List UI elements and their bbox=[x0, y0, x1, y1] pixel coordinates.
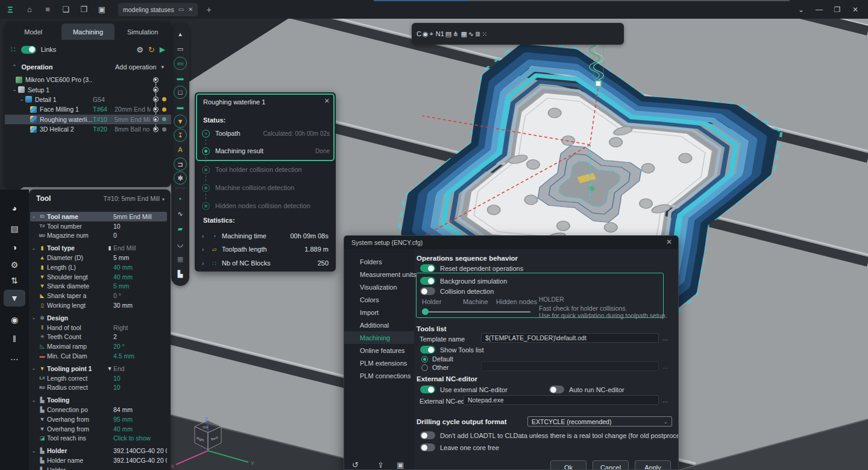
collapse-icon[interactable]: ⌃ bbox=[12, 64, 17, 70]
tool-property-row[interactable]: ▙ Connection po 84 mm bbox=[30, 405, 167, 414]
property-value[interactable]: 0 bbox=[113, 232, 167, 239]
operation-radio[interactable] bbox=[151, 127, 160, 132]
property-value[interactable]: 5 mm bbox=[113, 254, 167, 261]
tree-chevron-icon[interactable]: ⌄ bbox=[11, 87, 18, 92]
row-chevron-icon[interactable]: ⌄ bbox=[30, 315, 37, 320]
expand-chevron-icon[interactable]: › bbox=[202, 260, 207, 267]
import-settings-icon[interactable]: ⇪ bbox=[377, 460, 384, 469]
tool-property-row[interactable]: ◺ Maximal ramp 20 ° bbox=[30, 341, 167, 351]
tool-property-row[interactable]: ▯ Working lengt 30 mm bbox=[30, 300, 167, 310]
tool-property-row[interactable]: ⌄ ID Tool name 5mm End Mill bbox=[30, 212, 167, 221]
row-chevron-icon[interactable]: ⌄ bbox=[30, 448, 37, 454]
property-value[interactable]: 10 bbox=[113, 375, 167, 382]
property-value[interactable]: 40 mm bbox=[113, 425, 167, 433]
tree-chevron-icon[interactable]: ⌄ bbox=[18, 97, 25, 102]
statistic-row[interactable]: ›∷Nb of NC Blocks250 bbox=[202, 258, 329, 268]
use-nc-editor-toggle[interactable] bbox=[420, 386, 435, 393]
tool-property-row[interactable]: ▙ Holder bbox=[30, 465, 167, 470]
tool-property-row[interactable]: ⌄ ✻ Design bbox=[30, 313, 167, 323]
property-value[interactable]: 0 ° bbox=[113, 292, 167, 299]
other-radio[interactable] bbox=[421, 364, 428, 371]
collision-detection-toggle[interactable] bbox=[420, 287, 435, 295]
template-browse-button[interactable]: ... bbox=[662, 334, 668, 341]
tool-property-row[interactable]: ⌄ ▙ Tooling bbox=[30, 395, 167, 405]
tool-property-row[interactable]: ◪ Tool reach ins Click to show bbox=[30, 434, 167, 443]
template-name-input[interactable]: $(TEMPLATE_FOLDER)\default.odt bbox=[481, 333, 659, 343]
property-value[interactable]: 40 mm bbox=[113, 273, 167, 281]
operation-settings-gear-icon[interactable]: ⚙ bbox=[136, 45, 143, 54]
property-value[interactable]: 10 bbox=[113, 223, 167, 230]
statistic-row[interactable]: ›▱Toolpath length1.889 m bbox=[202, 244, 329, 255]
operation-tree-row[interactable]: Face Milling 1 T#64 20mm End M bbox=[5, 104, 171, 114]
default-radio[interactable] bbox=[421, 356, 428, 363]
operation-radio[interactable] bbox=[151, 97, 160, 102]
tool-property-row[interactable]: ▼ Shoulder lengt 40 mm bbox=[30, 272, 167, 282]
property-value[interactable]: End Mill bbox=[113, 244, 167, 252]
property-value[interactable]: 4.5 mm bbox=[113, 352, 167, 360]
tool-property-row[interactable]: ▮ Length (L) 40 mm bbox=[30, 262, 167, 272]
property-value[interactable]: 40 mm bbox=[113, 264, 167, 271]
property-value[interactable]: End bbox=[113, 365, 167, 372]
show-tools-list-toggle[interactable] bbox=[420, 346, 435, 354]
operation-tree-row[interactable]: 3D Helical 2 T#20 8mm Ball no bbox=[5, 124, 171, 134]
tool-property-row[interactable]: ▲ Diameter (D) 5 mm bbox=[30, 253, 167, 262]
property-value[interactable]: 84 mm bbox=[113, 406, 167, 413]
slider-knob[interactable] bbox=[422, 308, 429, 315]
recalculate-icon[interactable]: ↻ bbox=[148, 45, 155, 54]
tool-property-row[interactable]: T# Tool number 10 bbox=[30, 221, 167, 231]
tool-property-row[interactable]: ◣ Shank taper a 0 ° bbox=[30, 291, 167, 300]
tool-property-row[interactable]: ▼ Shank diamete 5 mm bbox=[30, 282, 167, 291]
tool-property-row[interactable]: ⌄ ▼ Tooling point 1 ▼ End bbox=[30, 364, 167, 373]
cancel-button[interactable]: Cancel bbox=[593, 460, 629, 470]
tab-close-icon[interactable]: ✕ bbox=[188, 6, 193, 13]
status-step[interactable]: Machining resultDone bbox=[202, 146, 330, 156]
property-value[interactable]: 5 mm bbox=[113, 282, 167, 290]
links-toggle[interactable] bbox=[21, 46, 36, 54]
property-value[interactable]: 2 bbox=[113, 333, 167, 340]
ok-button[interactable]: Ok bbox=[550, 460, 587, 470]
popup-close-icon[interactable]: ✕ bbox=[324, 97, 330, 105]
tool-property-row[interactable]: ✳ Teeth Count 2 bbox=[30, 332, 167, 342]
tool-property-row[interactable]: L# Length correct 10 bbox=[30, 373, 167, 383]
property-value[interactable]: 5mm End Mill bbox=[113, 213, 167, 220]
property-value[interactable]: 392.140CG-40 20 060 bbox=[113, 457, 167, 464]
reset-dependent-toggle[interactable] bbox=[420, 264, 435, 272]
run-simulation-button[interactable]: ▶ bbox=[160, 45, 165, 54]
row-chevron-icon[interactable]: ⌄ bbox=[30, 214, 37, 219]
operation-radio[interactable] bbox=[151, 77, 160, 83]
collision-level-slider[interactable] bbox=[422, 308, 530, 316]
nc-editor-input[interactable]: Notepad.exe bbox=[464, 395, 659, 405]
add-operation-chevron-icon[interactable]: ▾ bbox=[161, 64, 164, 70]
expand-chevron-icon[interactable]: › bbox=[202, 233, 207, 240]
operation-tree-row[interactable]: ⌄ Detail 1 G54 bbox=[5, 95, 171, 104]
operation-tree-row[interactable]: Roughing waterli... T#10 5mm End Mi bbox=[5, 115, 171, 124]
property-value[interactable]: 30 mm bbox=[113, 302, 167, 309]
tool-property-row[interactable]: M# Magazine num 0 bbox=[30, 231, 167, 241]
status-step[interactable]: Tool holder collision detection bbox=[202, 165, 330, 174]
property-value[interactable]: 392.140CG-40 20 060 bbox=[113, 447, 167, 454]
add-operation-button[interactable]: Add operation bbox=[115, 63, 157, 71]
statistic-row[interactable]: ›◔Machining time00h 09m 08s bbox=[202, 230, 329, 241]
nc-editor-browse-button[interactable]: ... bbox=[662, 396, 668, 404]
property-value[interactable]: 10 bbox=[113, 384, 167, 391]
property-value[interactable]: 20 ° bbox=[113, 343, 167, 350]
row-chevron-icon[interactable]: ⌄ bbox=[30, 398, 37, 403]
drill-format-select[interactable]: EXTCYCLE (recommended) ⌄ bbox=[527, 416, 672, 427]
status-step[interactable]: Hidden nodes collision detection bbox=[202, 201, 330, 211]
autorun-nc-editor-toggle[interactable] bbox=[549, 386, 564, 393]
other-template-input[interactable] bbox=[481, 361, 659, 371]
operation-radio[interactable] bbox=[151, 116, 160, 122]
row-chevron-icon[interactable]: ⌄ bbox=[30, 246, 37, 251]
save-settings-icon[interactable]: ▣ bbox=[397, 460, 404, 469]
tool-property-row[interactable]: ▙ Holder name 392.140CG-40 20 060 bbox=[30, 456, 167, 465]
status-step[interactable]: ≡ToolpathCalculated: 00h 00m 02s bbox=[202, 129, 330, 138]
new-tab-button[interactable]: + bbox=[206, 5, 211, 14]
apply-button[interactable]: Apply bbox=[635, 460, 671, 470]
tool-property-row[interactable]: R# Radius correct 10 bbox=[30, 383, 167, 393]
expand-chevron-icon[interactable]: › bbox=[202, 246, 207, 253]
leave-core-toggle[interactable] bbox=[420, 443, 435, 451]
operation-tree-row[interactable]: ⌄ Setup 1 bbox=[5, 84, 171, 94]
tool-property-row[interactable]: ▼ Overhang from 40 mm bbox=[30, 424, 167, 434]
other-browse-button[interactable]: ... bbox=[662, 363, 668, 370]
tool-property-row[interactable]: ▬ Min. Cut Diam 4.5 mm bbox=[30, 351, 167, 361]
